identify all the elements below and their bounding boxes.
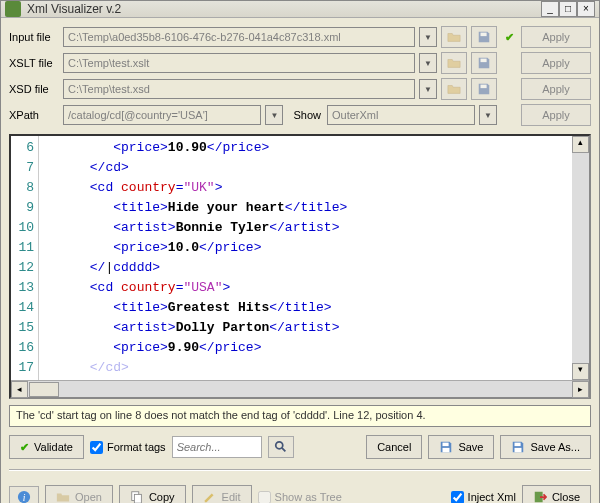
svg-line-4 bbox=[282, 448, 286, 452]
svg-rect-1 bbox=[481, 59, 487, 63]
xsd-file-row: XSD file ▼ Apply bbox=[9, 78, 591, 100]
show-dropdown[interactable]: ▼ bbox=[479, 105, 497, 125]
titlebar: Xml Visualizer v.2 _ □ × bbox=[1, 1, 599, 18]
input-apply-button[interactable]: Apply bbox=[521, 26, 591, 48]
show-field[interactable] bbox=[327, 105, 475, 125]
svg-rect-12 bbox=[134, 494, 141, 503]
svg-rect-7 bbox=[515, 443, 521, 447]
format-tags-checkbox[interactable]: Format tags bbox=[90, 441, 166, 454]
copy-icon bbox=[130, 490, 144, 503]
scroll-down-icon[interactable]: ▾ bbox=[572, 363, 589, 380]
xpath-label: XPath bbox=[9, 109, 59, 121]
inject-xml-checkbox[interactable]: Inject Xml bbox=[451, 491, 516, 504]
window-title: Xml Visualizer v.2 bbox=[27, 2, 541, 16]
input-file-row: Input file ▼ ✔ Apply bbox=[9, 26, 591, 48]
xslt-apply-button[interactable]: Apply bbox=[521, 52, 591, 74]
cancel-button[interactable]: Cancel bbox=[366, 435, 422, 459]
xslt-file-dropdown[interactable]: ▼ bbox=[419, 53, 437, 73]
toolbar-bottom-row: i Open Copy Edit Show as Tree Inject Xml… bbox=[9, 485, 591, 503]
close-button[interactable]: Close bbox=[522, 485, 591, 503]
input-ok-icon: ✔ bbox=[501, 29, 517, 45]
check-icon: ✔ bbox=[20, 441, 29, 454]
validate-button[interactable]: ✔Validate bbox=[9, 435, 84, 459]
scroll-left-icon[interactable]: ◂ bbox=[11, 381, 28, 398]
xslt-save-icon[interactable] bbox=[471, 52, 497, 74]
open-button[interactable]: Open bbox=[45, 485, 113, 503]
edit-icon bbox=[203, 490, 217, 503]
copy-button[interactable]: Copy bbox=[119, 485, 186, 503]
save-as-button[interactable]: Save As... bbox=[500, 435, 591, 459]
xsd-file-dropdown[interactable]: ▼ bbox=[419, 79, 437, 99]
scroll-thumb[interactable] bbox=[29, 382, 59, 397]
show-label: Show bbox=[293, 109, 321, 121]
xsd-file-label: XSD file bbox=[9, 83, 59, 95]
xpath-dropdown[interactable]: ▼ bbox=[265, 105, 283, 125]
info-button[interactable]: i bbox=[9, 486, 39, 503]
svg-rect-6 bbox=[443, 448, 450, 452]
xslt-open-icon[interactable] bbox=[441, 52, 467, 74]
xsd-apply-button[interactable]: Apply bbox=[521, 78, 591, 100]
horizontal-scrollbar[interactable]: ◂ ▸ bbox=[11, 380, 589, 397]
xsd-file-field[interactable] bbox=[63, 79, 415, 99]
xsd-save-icon[interactable] bbox=[471, 78, 497, 100]
error-message: The 'cd' start tag on line 8 does not ma… bbox=[9, 405, 591, 427]
xslt-file-label: XSLT file bbox=[9, 57, 59, 69]
input-file-save-icon[interactable] bbox=[471, 26, 497, 48]
code-area[interactable]: <price>10.90</price> </cd> <cd country="… bbox=[39, 136, 572, 380]
code-editor[interactable]: 67891011121314151617 <price>10.90</price… bbox=[9, 134, 591, 399]
search-input[interactable] bbox=[172, 436, 262, 458]
svg-text:i: i bbox=[23, 492, 26, 503]
xpath-apply-button[interactable]: Apply bbox=[521, 104, 591, 126]
scroll-up-icon[interactable]: ▴ bbox=[572, 136, 589, 153]
svg-rect-0 bbox=[481, 33, 487, 37]
xsd-open-icon[interactable] bbox=[441, 78, 467, 100]
input-file-label: Input file bbox=[9, 31, 59, 43]
search-button[interactable] bbox=[268, 436, 294, 458]
xpath-row: XPath ▼ Show ▼ Apply bbox=[9, 104, 591, 126]
minimize-button[interactable]: _ bbox=[541, 1, 559, 17]
edit-button[interactable]: Edit bbox=[192, 485, 252, 503]
show-as-tree-checkbox: Show as Tree bbox=[258, 491, 342, 504]
app-icon bbox=[5, 1, 21, 17]
svg-point-3 bbox=[275, 442, 282, 449]
close-window-button[interactable]: × bbox=[577, 1, 595, 17]
svg-rect-8 bbox=[515, 448, 522, 452]
save-button[interactable]: Save bbox=[428, 435, 494, 459]
maximize-button[interactable]: □ bbox=[559, 1, 577, 17]
toolbar-validate-row: ✔Validate Format tags Cancel Save Save A… bbox=[9, 435, 591, 459]
xslt-file-row: XSLT file ▼ Apply bbox=[9, 52, 591, 74]
vertical-scrollbar[interactable]: ▴ ▾ bbox=[572, 136, 589, 380]
scroll-right-icon[interactable]: ▸ bbox=[572, 381, 589, 398]
input-file-open-icon[interactable] bbox=[441, 26, 467, 48]
save-icon bbox=[439, 440, 453, 454]
input-file-dropdown[interactable]: ▼ bbox=[419, 27, 437, 47]
svg-rect-2 bbox=[481, 85, 487, 89]
save-as-icon bbox=[511, 440, 525, 454]
info-icon: i bbox=[17, 490, 31, 503]
svg-rect-5 bbox=[443, 443, 449, 447]
line-gutter: 67891011121314151617 bbox=[11, 136, 39, 380]
folder-open-icon bbox=[56, 490, 70, 503]
input-file-field[interactable] bbox=[63, 27, 415, 47]
xpath-field[interactable] bbox=[63, 105, 261, 125]
xslt-file-field[interactable] bbox=[63, 53, 415, 73]
exit-icon bbox=[533, 490, 547, 503]
separator bbox=[9, 469, 591, 471]
